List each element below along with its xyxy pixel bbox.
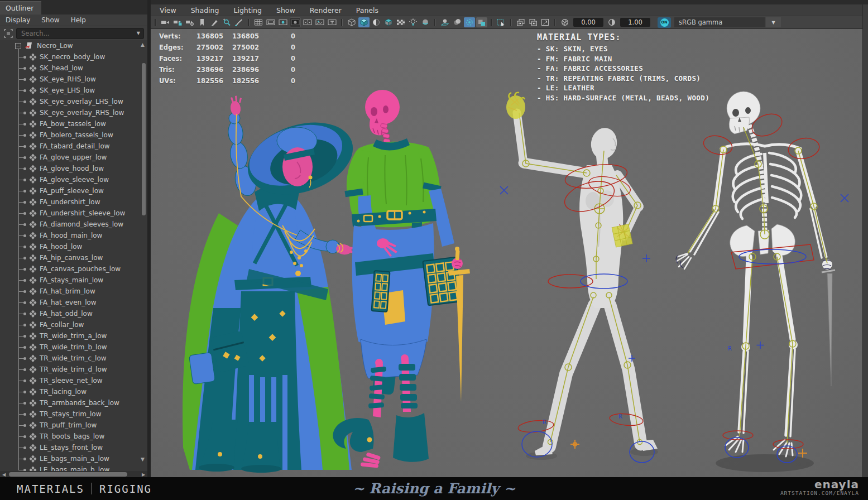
female-model[interactable]: R R [500,93,658,463]
snapshot-copy-icon[interactable] [515,17,526,27]
outliner-item[interactable]: TR_lacing_low [0,386,147,397]
camera-icon[interactable] [160,17,171,27]
pen-icon[interactable] [209,17,220,27]
wireframe-cube-icon[interactable] [346,17,357,27]
outliner-item[interactable]: FA_bolero_tassels_low [0,129,147,141]
scroll-left-icon[interactable]: ◀ [1,472,7,477]
outliner-item[interactable]: TR_armbands_back_low [0,397,147,408]
outliner-item[interactable]: TR_wide_trim_a_low [0,330,147,342]
outliner-item[interactable]: LE_bags_main_a_low [0,453,147,464]
isolate-select-icon[interactable] [540,17,551,27]
outliner-item[interactable]: LE_bags_main_b_low [0,464,147,471]
outliner-item[interactable]: FA_hat_brim_low [0,286,147,297]
outliner-item[interactable]: TR_stays_trim_low [0,408,147,420]
gamma-contrast-icon[interactable] [606,17,617,27]
anti-aliasing-icon[interactable] [476,17,487,27]
rig-controls-red-female[interactable] [508,95,644,434]
snapshot-paste-icon[interactable] [527,17,539,27]
outliner-menu-item[interactable]: Display [6,16,30,24]
outliner-item[interactable]: TR_boots_bags_low [0,431,147,442]
search-input-box[interactable]: ▼ [16,28,144,39]
textured-cube-icon[interactable] [383,17,394,27]
skeleton-model-bones[interactable]: R [676,92,848,472]
viewport-menu-item[interactable]: Renderer [310,6,342,15]
scroll-up-icon[interactable]: ▲ [141,42,145,47]
outliner-item[interactable]: FA_glove_sleeve_low [0,174,147,185]
pan-zoom-icon[interactable] [221,17,232,27]
outliner-item[interactable]: TR_wide_trim_d_low [0,364,147,375]
outliner-item[interactable]: SK_eye_overlay_LHS_low [0,96,147,107]
exposure-icon[interactable] [559,17,570,27]
search-input[interactable] [20,29,135,38]
wireframe-on-shaded-icon[interactable] [371,17,382,27]
outliner-item[interactable]: FA_bow_tassels_low [0,118,147,129]
outliner-menu-item[interactable]: Help [71,16,86,24]
outliner-item[interactable]: FA_glove_upper_low [0,152,147,163]
outliner-item[interactable]: FA_hip_canvas_low [0,252,147,263]
motion-blur-icon[interactable] [464,17,475,27]
selection-filter-icon[interactable] [3,28,13,39]
film-gate-icon[interactable] [265,17,276,27]
scroll-right-icon[interactable]: ▶ [141,472,146,477]
camera-lock-icon[interactable] [172,17,183,27]
shadows-icon[interactable] [439,17,450,27]
gate-mask-icon[interactable] [290,17,301,27]
bookmark-icon[interactable] [196,17,208,27]
search-dropdown-arrow-icon[interactable]: ▼ [135,31,140,36]
color-management-toggle[interactable]: ON [658,17,671,28]
shaded-cube-icon[interactable] [358,17,370,27]
outliner-item[interactable]: FA_hat_odd_low [0,308,147,319]
select-tool-icon[interactable] [496,17,507,27]
outliner-item[interactable]: TR_wide_trim_b_low [0,342,147,353]
outliner-item[interactable]: TR_sleeve_net_low [0,375,147,386]
outliner-item[interactable]: LE_stays_front_low [0,442,147,453]
outliner-item[interactable]: SK_head_low [0,62,147,74]
outliner-item[interactable]: FA_canvas_pouches_low [0,263,147,275]
viewport-menu-item[interactable]: Lighting [233,6,262,15]
horizontal-scrollbar-track[interactable] [8,472,140,477]
outliner-item[interactable]: FA_tabard_detail_low [0,141,147,152]
viewport-3d[interactable]: R R [151,29,862,477]
checker-material-icon[interactable] [395,17,406,27]
outliner-tab[interactable]: Outliner [0,1,41,15]
outliner-item[interactable]: FA_collar_low [0,319,147,330]
viewport-menu-item[interactable]: Panels [356,6,378,15]
outliner-item[interactable]: FA_hat_even_low [0,297,147,308]
outliner-item[interactable]: FA_diamond_sleeves_low [0,219,147,230]
gamma-field[interactable]: 1.00 [620,18,650,27]
skeleton-model-clothed[interactable] [333,90,470,468]
viewport-menu-item[interactable]: View [160,6,176,15]
resolution-gate-icon[interactable] [277,17,289,27]
outliner-item[interactable]: FA_hood_low [0,241,147,252]
horizontal-scrollbar-thumb[interactable] [9,472,127,477]
outliner-item[interactable]: TR_wide_trim_c_low [0,353,147,364]
colorspace-dropdown-arrow-icon[interactable]: ▼ [766,17,781,27]
outliner-item[interactable]: FA_stays_main_low [0,275,147,286]
outliner-item[interactable]: SK_eye_RHS_low [0,74,147,85]
outliner-item[interactable]: FA_puff_sleeve_low [0,185,147,196]
outliner-item[interactable]: SK_eye_LHS_low [0,85,147,96]
outliner-item[interactable]: SK_necro_body_low [0,51,147,62]
outliner-menu-item[interactable]: Show [41,16,59,24]
exposure-field[interactable]: 0.00 [573,18,603,27]
outliner-item[interactable]: FA_undershirt_sleeve_low [0,208,147,219]
default-material-icon[interactable] [420,17,431,27]
outliner-root-item[interactable]: − Necro_Low [0,40,147,51]
viewport-menu-item[interactable]: Show [276,6,295,15]
image-plane-icon[interactable] [314,17,325,27]
collapse-toggle-icon[interactable]: − [15,43,21,49]
lights-icon[interactable] [407,17,419,27]
outliner-item[interactable]: FA_hood_main_low [0,230,147,241]
grease-pencil-icon[interactable] [233,17,244,27]
viewport-menu-item[interactable]: Shading [191,6,219,15]
field-chart-icon[interactable] [302,17,313,27]
grid-icon[interactable] [253,17,264,27]
outliner-item[interactable]: FA_undershirt_low [0,196,147,208]
scroll-down-icon[interactable]: ▼ [141,456,145,462]
colorspace-dropdown[interactable]: sRGB gamma [674,17,765,27]
camera-gear-icon[interactable] [184,17,195,27]
ambient-occlusion-icon[interactable] [452,17,463,27]
hud-text-icon[interactable] [327,17,338,27]
outliner-item[interactable]: TR_puff_trim_low [0,420,147,431]
vertical-scrollbar-thumb[interactable] [142,63,146,215]
